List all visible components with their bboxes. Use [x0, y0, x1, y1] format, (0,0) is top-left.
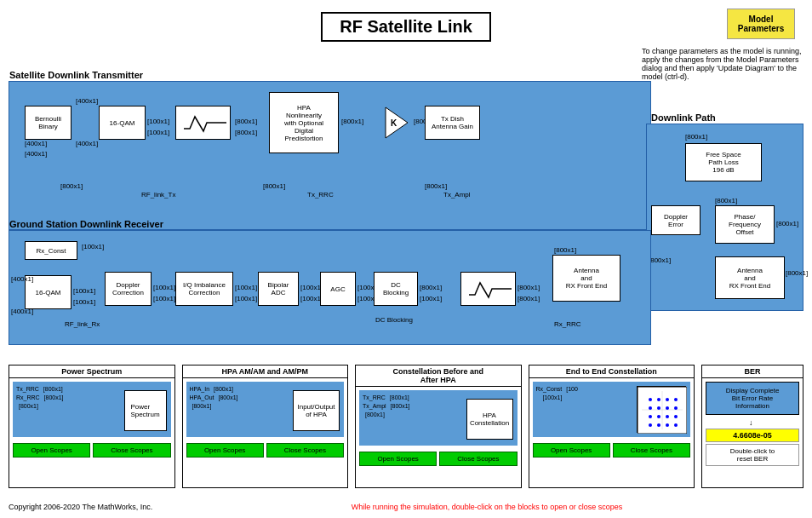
svg-point-15	[666, 415, 669, 418]
qam-rx-out3-label: [100x1]	[73, 298, 95, 306]
instructions-text: To change parameters as the model is run…	[642, 47, 803, 81]
antenna-rx-out-label: [800x1]	[786, 269, 808, 277]
ber-reset-button[interactable]: Double-click to reset BER	[706, 444, 799, 466]
rx-const-size: [100x1]	[82, 243, 104, 250]
svg-point-11	[666, 406, 669, 410]
main-title: RF Satellite Link	[321, 12, 491, 42]
end-to-end-close-btn[interactable]: Close Scopes	[613, 443, 690, 458]
tx-rrc-label: Tx_RRC	[307, 191, 334, 199]
sqrt-tx-block[interactable]	[175, 106, 231, 140]
sqrt-tx-out-label: [800x1]	[235, 118, 257, 125]
hpa-am-title: HPA AM/AM and AM/PM	[183, 365, 348, 378]
power-spectrum-inner: Tx_RRC [800x1] Rx_RRC [800x1] [800x1] Po…	[13, 382, 171, 437]
constellation-inner: Tx_RRC [800x1] Tx_Ampl [800x1] [800x1] H…	[359, 390, 518, 446]
doppler-corr-out: [100x1]	[153, 284, 175, 291]
ant-rx-in: [800x1]	[554, 246, 576, 254]
power-spectrum-open-btn[interactable]: Open Scopes	[13, 443, 90, 458]
transmitter-label: Satellite Downlink Transmitter	[9, 70, 143, 80]
hpa-am-close-btn[interactable]: Close Scopes	[266, 443, 344, 458]
svg-point-20	[674, 423, 678, 427]
hpa-block[interactable]: HPANonlinearitywith OptionalDigitalPredi…	[269, 92, 339, 153]
power-spectrum-scope[interactable]: PowerSpectrum	[124, 390, 167, 431]
gain-block[interactable]: K	[384, 106, 409, 140]
svg-point-12	[674, 406, 678, 410]
copyright-text: Copyright 2006-2020 The MathWorks, Inc.	[9, 503, 152, 511]
hpa-am-open-btn[interactable]: Open Scopes	[186, 443, 264, 458]
bottom-panels: Power Spectrum Tx_RRC [800x1] Rx_RRC [80…	[9, 365, 803, 488]
power-spectrum-title: Power Spectrum	[9, 365, 174, 378]
qam-tx-out-label: [100x1]	[147, 118, 169, 125]
sqrt-rx-out2: [800x1]	[518, 295, 540, 302]
model-params-button[interactable]: Model Parameters	[727, 9, 795, 39]
iq-out: [100x1]	[235, 284, 257, 291]
sqrt-rx-block[interactable]	[460, 272, 516, 306]
qam-tx-in2-label: [400x1]	[76, 140, 98, 147]
end-to-end-open-btn[interactable]: Open Scopes	[533, 443, 610, 458]
constellation-open-btn[interactable]: Open Scopes	[359, 452, 437, 466]
ber-title: BER	[702, 365, 803, 378]
power-spectrum-close-btn[interactable]: Close Scopes	[93, 443, 170, 458]
qam-tx-in-label: [400x1]	[76, 97, 98, 105]
svg-text:K: K	[391, 118, 397, 128]
svg-point-13	[649, 415, 652, 418]
bipolar-adc-block[interactable]: BipolarADC	[258, 272, 299, 306]
dc-blocking-label: DC Blocking	[375, 316, 413, 324]
free-space-in-label: [800x1]	[685, 133, 707, 141]
tx-ampl-label: Tx_Ampl	[443, 191, 471, 199]
tx-dish-block[interactable]: Tx DishAntenna Gain	[425, 106, 480, 140]
bernoulli-binary-block[interactable]: BernoulliBinary	[25, 106, 71, 140]
rx-const-block[interactable]: Rx_Const	[25, 241, 77, 260]
antenna-rx-recv-block[interactable]: AntennaandRX Front End	[552, 255, 620, 302]
svg-point-8	[674, 398, 678, 401]
end-to-end-btns: Open Scopes Close Scopes	[529, 440, 695, 460]
ber-panel: BER Display Complete Bit Error Rate Info…	[701, 365, 803, 488]
ber-display-button[interactable]: Display Complete Bit Error Rate Informat…	[706, 382, 799, 415]
qam-tx-out2-label: [100x1]	[147, 129, 169, 136]
rf-link-tx-size: [800x1]	[60, 182, 83, 190]
tx-rrc-size: [800x1]	[263, 182, 285, 190]
sqrt-rx-out: [800x1]	[518, 284, 540, 291]
dc-out2: [100x1]	[420, 295, 442, 302]
svg-point-19	[666, 423, 669, 427]
doppler-error-block[interactable]: DopplerError	[651, 205, 700, 235]
doppler-corr-block[interactable]: DopplerCorrection	[105, 272, 152, 306]
hpa-scope[interactable]: Input/Outputof HPA	[293, 390, 340, 431]
constellation-title: Constellation Before andAfter HPA	[356, 365, 521, 387]
dc-blocking-block[interactable]: DCBlocking	[374, 272, 418, 306]
qam-tx-block[interactable]: 16-QAM	[99, 106, 146, 140]
constellation-panel: Constellation Before andAfter HPA Tx_RRC…	[355, 365, 522, 488]
ber-arrow: ↓	[749, 418, 812, 427]
downlink-path-section: Downlink Path Free SpacePath Loss196 dB …	[646, 124, 803, 311]
phase-freq-out-label: [800x1]	[776, 220, 798, 227]
qam-rx-in-label: [400x1]	[11, 275, 33, 283]
iq-out2: [100x1]	[235, 295, 257, 302]
phase-freq-block[interactable]: Phase/FrequencyOffset	[715, 205, 775, 244]
phase-freq-in-label: [800x1]	[715, 197, 737, 204]
svg-point-10	[657, 406, 660, 410]
svg-point-7	[666, 398, 669, 401]
hpa-out-label: [800x1]	[341, 118, 363, 125]
agc-block[interactable]: AGC	[320, 272, 356, 306]
end-to-end-title: End to End Constellation	[529, 365, 695, 378]
iq-imbalance-block[interactable]: I/Q ImbalanceCorrection	[175, 272, 233, 306]
end-to-end-inner: Rx_Const [100 [100x1]	[533, 382, 691, 437]
tx-ampl-size: [800x1]	[425, 182, 447, 190]
end-to-end-scope[interactable]	[637, 386, 686, 433]
rx-rrc-label: Rx_RRC	[554, 320, 581, 328]
end-to-end-panel: End to End Constellation Rx_Const [100 […	[529, 365, 695, 488]
free-space-block[interactable]: Free SpacePath Loss196 dB	[685, 143, 762, 181]
antenna-rx-block[interactable]: AntennaandRX Front End	[715, 256, 785, 299]
svg-point-18	[657, 423, 660, 427]
receiver-label: Ground Station Downlink Receiver	[9, 219, 163, 229]
constellation-close-btn[interactable]: Close Scopes	[439, 452, 517, 466]
sqrt-tx-out2-label: [800x1]	[235, 129, 257, 136]
svg-point-16	[674, 415, 678, 418]
power-spectrum-btns: Open Scopes Close Scopes	[9, 440, 174, 460]
rf-link-tx-label: RF_link_Tx	[141, 191, 175, 199]
hpa-am-panel: HPA AM/AM and AM/PM HPA_In [800x1] HPA_O…	[182, 365, 349, 488]
svg-point-5	[649, 398, 652, 401]
power-spectrum-panel: Power Spectrum Tx_RRC [800x1] Rx_RRC [80…	[9, 365, 175, 488]
rf-link-rx-label: RF_link_Rx	[65, 320, 100, 328]
downlink-label: Downlink Path	[651, 112, 716, 123]
hpa-constellation-scope[interactable]: HPAConstellation	[466, 399, 513, 440]
